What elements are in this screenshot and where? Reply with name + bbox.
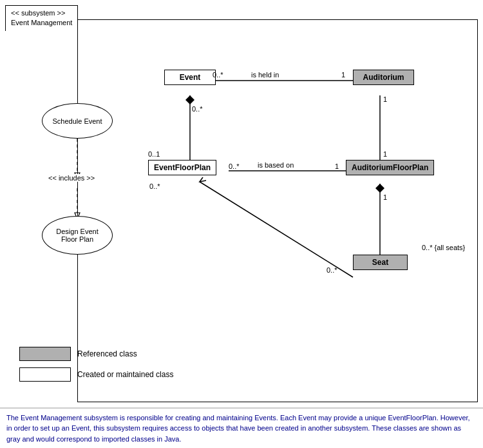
legend-box-created [19,367,71,382]
mult-afp-seat-allseats: 0..* {all seats} [422,244,465,251]
class-auditorium: Auditorium [353,70,414,85]
subsystem-title: Event Management [11,18,72,28]
mult-event-auditorium-from: 0..* [213,71,223,79]
mult-event-auditorium-to: 1 [341,71,345,79]
rel-held-in: is held in [251,71,279,79]
mult-efp-afp-from: 0..* [229,162,240,170]
main-container: << subsystem >> Event Management [0,0,483,448]
legend: Referenced class Created or maintained c… [19,347,173,388]
mult-efp-seat-from: 0..* [149,182,160,190]
class-seat: Seat [353,255,408,270]
class-event: Event [164,70,216,85]
legend-box-referenced [19,347,71,361]
includes-label: << includes >> [48,174,95,182]
legend-referenced-label: Referenced class [77,349,137,358]
usecase-design-event: Design Event Floor Plan [42,216,113,255]
class-event-floor-plan: EventFloorPlan [148,160,216,175]
mult-efp-afp-to: 1 [335,162,339,170]
usecase-design-label: Design Event Floor Plan [56,228,98,243]
legend-created: Created or maintained class [19,367,173,382]
mult-efp-seat-to: 0..* [327,266,337,274]
rel-based-on: is based on [258,161,294,169]
footer-text: The Event Management subsystem is respon… [0,408,483,449]
usecase-schedule-event: Schedule Event [42,103,113,139]
mult-aud-afp-from: 1 [383,95,387,103]
mult-eventfloorplan-from: 0..1 [148,150,160,158]
legend-created-label: Created or maintained class [77,370,173,379]
class-auditorium-floor-plan: AuditoriumFloorPlan [346,160,434,175]
mult-aud-afp-to: 1 [383,150,387,158]
subsystem-label: << subsystem >> Event Management [5,5,78,31]
diagram-area: << subsystem >> Event Management [0,0,483,408]
legend-referenced: Referenced class [19,347,173,361]
subsystem-stereotype: << subsystem >> [11,8,72,18]
usecase-schedule-label: Schedule Event [52,117,102,125]
mult-afp-seat-from: 1 [383,193,387,201]
mult-event-comp: 0..* [192,105,203,113]
